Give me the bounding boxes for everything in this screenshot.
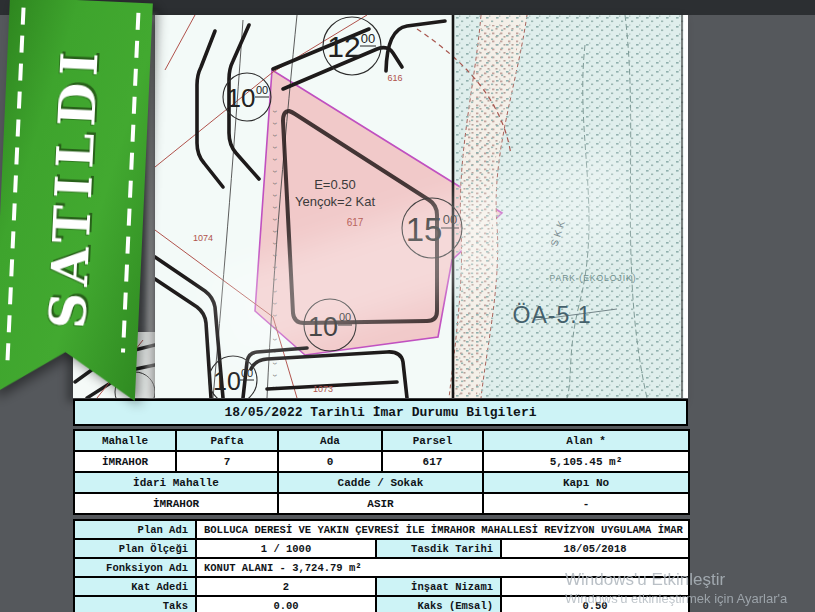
value-mahalle: İMRAHOR [74,451,176,472]
screenshot-root: { "ribbon": { "label": "SATILDI" }, "map… [0,0,815,612]
zoning-map: ›››››››››››››››››››››››› 12 00 10 00 15 … [155,15,688,398]
label-kaks: Kaks (Emsal) [376,596,501,612]
label-insaat-nizami: İnşaat Nizamı [376,577,501,596]
label-tasdik-tarihi: Tasdik Tarihi [376,539,501,558]
header-alan: Alan * [483,430,689,451]
table-row: Plan Adı BOLLUCA DERESİ VE YAKIN ÇEVRESİ… [74,520,689,539]
zone-label: ÖA-5.1 [513,302,592,328]
yencok-note: Yençok=2 Kat [295,194,376,209]
value-pafta: 7 [176,451,278,472]
value-kapi-no: - [483,493,689,514]
value-cadde-sokak: ASIR [278,493,483,514]
parcel-1073-label: 1073 [313,384,333,394]
sold-label: SATILDI [37,44,109,330]
value-alan: 5,105.45 m² [483,451,689,472]
label-plan-olcegi: Plan Ölçeği [74,539,196,558]
header-parsel: Parsel [382,430,483,451]
table-row: Plan Ölçeği 1 / 1000 Tasdik Tarihi 18/05… [74,539,689,558]
header-kapi-no: Kapı No [483,472,689,493]
park-stipple [453,15,688,398]
sold-ribbon: SATILDI [0,0,153,401]
value-ada: 0 [278,451,382,472]
label-plan-adi: Plan Adı [74,520,196,539]
value-parsel: 617 [382,451,483,472]
header-pafta: Pafta [176,430,278,451]
activate-windows-title: Windows'u Etkinleştir [565,570,787,590]
value-plan-adi: BOLLUCA DERESİ VE YAKIN ÇEVRESİ İLE İMRA… [196,520,689,539]
zoning-map-drawing: ›››››››››››››››››››››››› 12 00 10 00 15 … [155,15,688,398]
park-label: PARK (EKOLOJİK) [549,273,636,283]
value-idari-mahalle: İMRAHOR [74,493,278,514]
svg-text:15: 15 [406,211,443,248]
header-ada: Ada [278,430,382,451]
label-taks: Taks [74,596,196,612]
label-fonksiyon-adi: Fonksiyon Adı [74,558,196,577]
svg-text:00: 00 [361,31,375,46]
table-row: İMRAHOR 7 0 617 5,105.45 m² [74,451,689,472]
svg-text:10: 10 [308,312,338,342]
svg-text:12: 12 [327,30,360,63]
hatch-marks: ›››››››››››››››››››››››› [270,110,280,398]
value-tasdik-tarihi: 18/05/2018 [501,539,689,558]
svg-text:00: 00 [339,311,351,323]
parcel-617-label: 617 [347,217,364,228]
windows-activation-watermark: Windows'u Etkinleştir Windows'u etkinleş… [565,570,787,608]
svg-text:00: 00 [241,367,253,379]
label-kat-adedi: Kat Adedi [74,577,196,596]
table-row: Mahalle Pafta Ada Parsel Alan * [74,430,689,451]
activate-windows-subtitle: Windows'u etkinleştirmek için Ayarlar'a [565,590,787,608]
value-taks: 0.00 [196,596,376,612]
table-title: 18/05/2022 Tarihli İmar Durumu Bilgileri [74,400,687,425]
svg-text:00: 00 [443,212,457,227]
svg-text:10: 10 [213,367,241,395]
parcel-1074-label: 1074 [193,233,213,243]
value-plan-olcegi: 1 / 1000 [196,539,376,558]
parcel-616-label: 616 [387,73,402,83]
svg-text:10: 10 [227,83,256,113]
parcel-info-table: Mahalle Pafta Ada Parsel Alan * İMRAHOR … [73,429,690,515]
header-mahalle: Mahalle [74,430,176,451]
table-row: İMRAHOR ASIR - [74,493,689,514]
header-cadde-sokak: Cadde / Sokak [278,472,483,493]
emsal-note: E=0.50 [314,177,356,192]
value-kat-adedi: 2 [196,577,376,596]
svg-text:00: 00 [256,84,268,96]
table-row: İdari Mahalle Cadde / Sokak Kapı No [74,472,689,493]
header-idari-mahalle: İdari Mahalle [74,472,278,493]
table-title-bar: 18/05/2022 Tarihli İmar Durumu Bilgileri [73,399,688,426]
